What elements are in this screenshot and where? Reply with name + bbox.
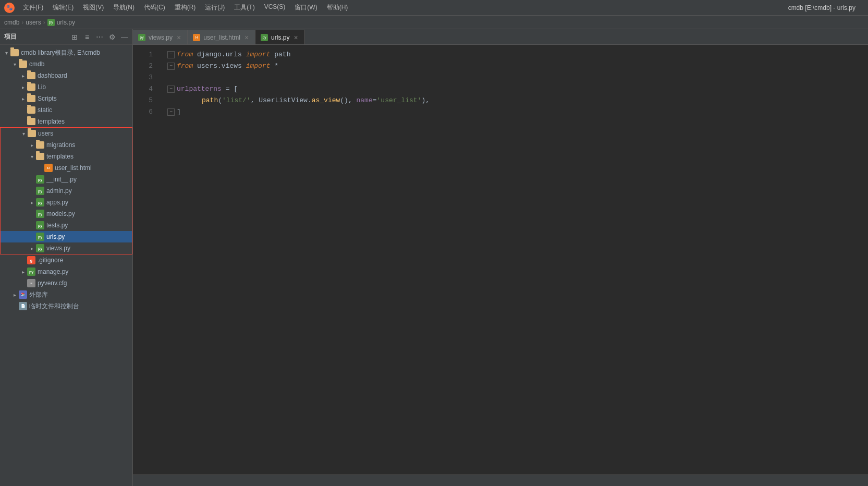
code-editor[interactable]: 1 2 3 4 5 6 − from django.urls import pa… <box>133 45 868 475</box>
tree-item-views[interactable]: py views.py <box>1 242 132 254</box>
fold-6[interactable]: − <box>167 108 175 116</box>
tree-item-static[interactable]: static <box>0 104 132 116</box>
tree-label-tests: tests.py <box>46 222 68 229</box>
title-bar: 🐾 文件(F)编辑(E)视图(V)导航(N)代码(C)重构(R)运行(J)工具(… <box>0 0 868 16</box>
tree-item-scratch[interactable]: 📄 临时文件和控制台 <box>0 300 132 312</box>
tree-item-scripts[interactable]: Scripts <box>0 93 132 104</box>
menu-item-T[interactable]: 工具(T) <box>230 1 259 14</box>
collapse-all-button[interactable]: ≡ <box>81 31 93 43</box>
menu-item-R[interactable]: 重构(R) <box>170 1 200 14</box>
op-assign: = <box>222 83 234 95</box>
menu-item-W[interactable]: 窗口(W) <box>290 1 321 14</box>
tree-label-root: cmdb library根目录, E:\cmdb <box>21 48 100 57</box>
tree-label-init: __init__.py <box>46 176 77 183</box>
tree-arrow-gitignore <box>19 256 27 264</box>
file-icon: py <box>47 19 55 26</box>
code-line-5: path ( 'list/' , UserListView . as_view … <box>167 95 860 106</box>
tree-item-external-libs[interactable]: 📚 外部库 <box>0 289 132 300</box>
tab-user-list-html[interactable]: H user_list.html × <box>188 30 255 44</box>
tree-item-init[interactable]: py __init__.py <box>1 174 132 185</box>
tree-item-lib[interactable]: Lib <box>0 81 132 93</box>
tree-arrow-cmdb <box>10 60 19 68</box>
fold-2[interactable]: − <box>167 63 175 70</box>
tree-arrow-views <box>28 244 36 252</box>
tree-item-templates-root[interactable]: templates <box>0 116 132 127</box>
tree-label-models: models.py <box>46 210 75 217</box>
html-icon-user-list: H <box>44 164 53 172</box>
menu-item-H[interactable]: 帮助(H) <box>323 1 352 14</box>
cfg-icon-pyvenv: ≡ <box>27 279 35 287</box>
tree-item-apps[interactable]: py apps.py <box>1 197 132 208</box>
git-icon-gitignore: g <box>27 256 35 264</box>
str-user-list: 'user_list' <box>377 95 422 106</box>
tree-label-templates-users: templates <box>46 153 74 160</box>
code-content[interactable]: − from django.urls import path − from us… <box>159 45 868 475</box>
tree-item-urls[interactable]: py urls.py <box>1 231 132 242</box>
tab-close-userlist[interactable]: × <box>243 34 250 41</box>
mod-users: users.views <box>193 60 246 72</box>
py-icon-init: py <box>36 175 44 184</box>
folder-icon-static <box>27 106 35 114</box>
tree-arrow-static <box>19 106 27 114</box>
tree-item-pyvenv[interactable]: ≡ pyvenv.cfg <box>0 277 132 289</box>
tree-label-views: views.py <box>46 245 70 252</box>
scroll-from-source-button[interactable]: ⋯ <box>94 31 105 43</box>
tab-close-views[interactable]: × <box>176 34 182 41</box>
tree-arrow-users <box>19 129 28 138</box>
tab-close-urls[interactable]: × <box>292 34 299 41</box>
tree-label-user-list: user_list.html <box>55 164 92 172</box>
window-title: cmdb [E:\cmdb] - urls.py <box>788 4 864 11</box>
editor-tabs: py views.py × H user_list.html × py urls… <box>133 29 868 45</box>
menu-item-F[interactable]: 文件(F) <box>19 1 47 14</box>
breadcrumb-filename: urls.py <box>57 19 75 26</box>
tree-label-apps: apps.py <box>46 199 68 206</box>
tree-item-tests[interactable]: py tests.py <box>1 220 132 231</box>
bracket-open: [ <box>234 83 238 95</box>
tree-item-gitignore[interactable]: g .gitignore <box>0 254 132 266</box>
tree-label-cmdb: cmdb <box>29 60 44 68</box>
tab-label-urls: urls.py <box>271 34 289 41</box>
menu-item-V[interactable]: 视图(V) <box>79 1 108 14</box>
tree-item-users[interactable]: users <box>1 128 132 139</box>
tree-item-models[interactable]: py models.py <box>1 208 132 220</box>
settings-button[interactable]: ⚙ <box>106 31 118 43</box>
tab-views-py[interactable]: py views.py × <box>133 30 188 44</box>
tree-label-scripts: Scripts <box>38 95 57 102</box>
tree-arrow-admin <box>28 187 36 195</box>
tab-icon-views: py <box>138 34 145 41</box>
breadcrumb-cmdb[interactable]: cmdb <box>4 19 19 26</box>
menu-item-C[interactable]: 代码(C) <box>140 1 169 14</box>
expand-all-button[interactable]: ⊞ <box>69 31 80 43</box>
tree-item-admin[interactable]: py admin.py <box>1 185 132 197</box>
menu-item-N[interactable]: 导航(N) <box>109 1 139 14</box>
tree-item-templates-users[interactable]: templates <box>1 151 132 162</box>
tree-label-admin: admin.py <box>46 187 72 195</box>
tree-root[interactable]: cmdb library根目录, E:\cmdb <box>0 47 132 58</box>
breadcrumb-users[interactable]: users <box>26 19 41 26</box>
fold-4[interactable]: − <box>167 86 175 93</box>
menu-bar: 文件(F)编辑(E)视图(V)导航(N)代码(C)重构(R)运行(J)工具(T)… <box>19 1 788 14</box>
menu-item-VCSS[interactable]: VCS(S) <box>260 1 290 14</box>
folder-icon-scripts <box>27 95 35 102</box>
tree-arrow-pyvenv <box>19 279 27 287</box>
mod-path: path <box>270 49 290 60</box>
minimize-button[interactable]: — <box>119 31 130 43</box>
tree-item-migrations[interactable]: migrations <box>1 139 132 151</box>
tree-label-urls: urls.py <box>46 233 65 240</box>
menu-item-J[interactable]: 运行(J) <box>201 1 229 14</box>
tree-item-user-list-html[interactable]: H user_list.html <box>1 162 132 174</box>
tab-label-views: views.py <box>149 34 173 41</box>
tmp-icon-scratch: 📄 <box>19 302 27 310</box>
tree-item-cmdb[interactable]: cmdb <box>0 58 132 70</box>
tree-item-dashboard[interactable]: dashboard <box>0 70 132 81</box>
tab-urls-py[interactable]: py urls.py × <box>255 30 305 44</box>
status-bar <box>133 475 868 486</box>
tree-item-manage[interactable]: py manage.py <box>0 266 132 277</box>
main-layout: 项目 ⊞ ≡ ⋯ ⚙ — cmdb library根目录, E:\cmdb cm… <box>0 29 868 486</box>
fold-1[interactable]: − <box>167 51 175 58</box>
tree-arrow-scripts <box>19 94 27 103</box>
kw-import-1: import <box>246 49 271 60</box>
tree-label-external-libs: 外部库 <box>29 290 48 299</box>
bracket-path-open: ( <box>218 95 222 106</box>
menu-item-E[interactable]: 编辑(E) <box>48 1 78 14</box>
